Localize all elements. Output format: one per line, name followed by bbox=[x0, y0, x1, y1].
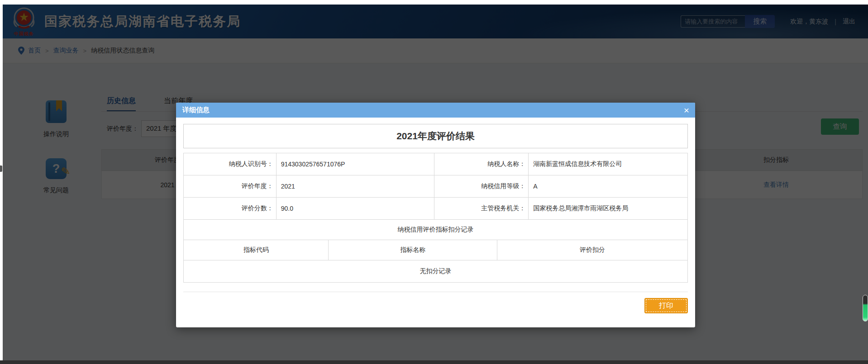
modal-body: 2021年度评价结果 纳税人识别号： 91430302576571076P 纳税… bbox=[176, 118, 695, 313]
table-row: 纳税人识别号： 91430302576571076P 纳税人名称： 湖南新蓝恒成… bbox=[184, 153, 687, 175]
table-row: 评价年度： 2021 纳税信用等级： A bbox=[184, 175, 687, 197]
evaluation-year-value: 2021 bbox=[276, 175, 434, 197]
print-button[interactable]: 打印 bbox=[644, 298, 688, 313]
modal-title-bar: 详细信息 × bbox=[176, 103, 695, 118]
field-label: 纳税人名称： bbox=[434, 153, 528, 175]
taxpayer-id-value: 91430302576571076P bbox=[276, 153, 434, 175]
deduction-header-row: 指标代码 指标名称 评价扣分 bbox=[184, 240, 687, 260]
result-title: 2021年度评价结果 bbox=[183, 124, 688, 148]
tax-authority-value: 国家税务总局湘潭市雨湖区税务局 bbox=[528, 198, 687, 219]
field-label: 评价分数： bbox=[184, 198, 276, 219]
empty-record-row: 无扣分记录 bbox=[184, 260, 687, 282]
score-value: 90.0 bbox=[276, 198, 434, 219]
close-icon[interactable]: × bbox=[678, 105, 695, 115]
window-left-edge bbox=[0, 0, 3, 364]
window-top-edge bbox=[0, 0, 868, 5]
evaluation-table: 纳税人识别号： 91430302576571076P 纳税人名称： 湖南新蓝恒成… bbox=[183, 153, 688, 283]
table-row: 评价分数： 90.0 主管税务机关： 国家税务总局湘潭市雨湖区税务局 bbox=[184, 197, 687, 219]
deduction-col-code: 指标代码 bbox=[184, 240, 328, 260]
screen: 中国税务 国家税务总局湖南省电子税务局 搜索 欢迎，黄东波 | 退出 bbox=[0, 0, 868, 364]
credit-rating-value: A bbox=[528, 175, 687, 197]
taxpayer-name-value: 湖南新蓝恒成信息技术有限公司 bbox=[528, 153, 687, 175]
modal-title: 详细信息 bbox=[176, 106, 210, 114]
detail-modal: 详细信息 × 2021年度评价结果 纳税人识别号： 91430302576571… bbox=[176, 103, 695, 327]
window-bottom-edge bbox=[0, 360, 868, 364]
field-label: 纳税信用等级： bbox=[434, 175, 528, 197]
deduction-col-name: 指标名称 bbox=[328, 240, 497, 260]
deduction-section-title: 纳税信用评价指标扣分记录 bbox=[184, 220, 687, 240]
no-deduction-text: 无扣分记录 bbox=[184, 260, 687, 282]
field-label: 纳税人识别号： bbox=[184, 153, 276, 175]
modal-footer: 打印 bbox=[183, 292, 688, 313]
left-edge-mark bbox=[0, 165, 2, 172]
section-title-row: 纳税信用评价指标扣分记录 bbox=[184, 219, 687, 240]
deduction-col-score: 评价扣分 bbox=[497, 240, 687, 260]
scroll-indicator[interactable] bbox=[863, 295, 868, 321]
field-label: 主管税务机关： bbox=[434, 198, 528, 219]
field-label: 评价年度： bbox=[184, 175, 276, 197]
